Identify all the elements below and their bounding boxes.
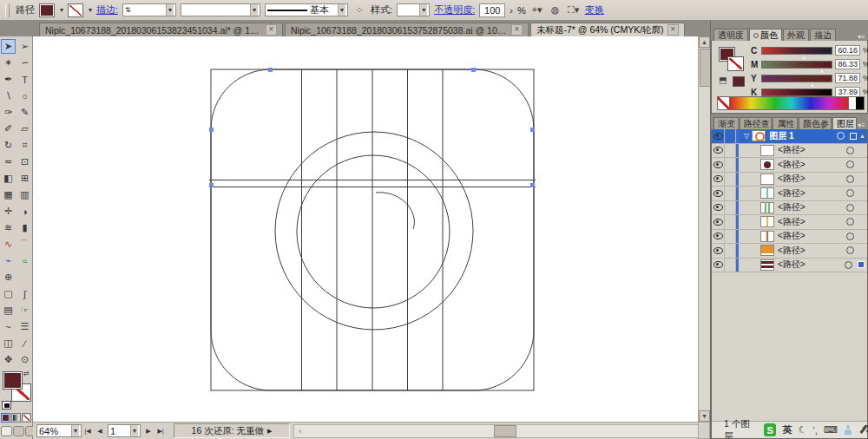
document-tab-2[interactable]: Nipic_10673188_20180306153752875038.ai @… bbox=[285, 23, 529, 36]
default-fill-stroke-icon[interactable] bbox=[2, 401, 11, 410]
transform-panel-link[interactable]: 变换 bbox=[585, 3, 604, 16]
layer-path-row[interactable]: <路径> bbox=[712, 158, 867, 173]
target-circle[interactable] bbox=[837, 132, 845, 140]
mesh-tool[interactable]: ▦ bbox=[1, 187, 16, 202]
layer-path-row[interactable]: <路径> bbox=[712, 201, 867, 216]
web-safe-swatch[interactable] bbox=[733, 76, 745, 87]
lock-toggle[interactable] bbox=[725, 259, 736, 272]
lock-toggle[interactable] bbox=[725, 244, 736, 258]
opacity-value-box[interactable]: 100 bbox=[479, 3, 505, 17]
visibility-toggle[interactable] bbox=[712, 230, 725, 244]
lock-toggle[interactable] bbox=[725, 201, 736, 215]
sogou-ime-icon[interactable]: S bbox=[764, 423, 777, 436]
zoom-level-combo[interactable]: 64% ▾ bbox=[36, 424, 82, 437]
scribble-tool[interactable]: ~ bbox=[1, 319, 16, 334]
line-style-combo[interactable]: 基本▾ bbox=[265, 3, 348, 16]
tab-attributes[interactable]: 属性 bbox=[773, 117, 798, 129]
wave-tool[interactable]: ≈ bbox=[17, 253, 32, 268]
visibility-toggle[interactable] bbox=[712, 244, 725, 258]
scroll-down-icon[interactable]: ▼ bbox=[699, 410, 710, 422]
spectrum-black-swatch[interactable] bbox=[856, 97, 864, 109]
pen-tool[interactable]: ✒ bbox=[1, 72, 16, 87]
document-tab-1[interactable]: Nipic_10673188_20180306153823451034.ai* … bbox=[39, 23, 283, 36]
chevron-down-icon[interactable]: ▾ bbox=[89, 6, 92, 14]
opacity-spinner[interactable]: › bbox=[510, 5, 513, 16]
brush-combo[interactable]: ▾ bbox=[181, 3, 260, 16]
tab-pathfinder[interactable]: 路径查 bbox=[740, 117, 773, 129]
spectrum-white-swatch[interactable] bbox=[848, 97, 856, 109]
tab-color[interactable]: 颜色 bbox=[749, 29, 782, 41]
gradient-tool[interactable]: ▥ bbox=[17, 187, 32, 202]
bounding-box-icon[interactable]: ⛶▾ bbox=[567, 4, 581, 16]
path-label[interactable]: <路径> bbox=[778, 187, 806, 200]
scroll-left-icon[interactable]: ‹ bbox=[294, 425, 306, 437]
visibility-toggle[interactable] bbox=[712, 187, 725, 200]
hand-tool[interactable]: ✥ bbox=[1, 352, 16, 367]
panel-stroke-none-swatch[interactable] bbox=[727, 56, 744, 71]
wrench-icon[interactable] bbox=[858, 425, 867, 435]
path-label[interactable]: <路径> bbox=[778, 173, 806, 185]
panel-menu-icon[interactable]: ▾≡ bbox=[858, 121, 865, 129]
inner-circle-path[interactable] bbox=[297, 155, 450, 308]
lasso-tool[interactable]: ∽ bbox=[17, 56, 32, 70]
visibility-toggle[interactable] bbox=[712, 201, 725, 215]
document-tab-3-active[interactable]: 未标题-7* @ 64% (CMYK/轮廓) × bbox=[530, 23, 685, 36]
moon-icon[interactable]: ☾ bbox=[798, 424, 806, 436]
measure-tool[interactable]: ☰ bbox=[17, 319, 32, 334]
cyan-value-box[interactable]: 60.16 bbox=[835, 45, 860, 56]
warp-tool[interactable]: ≂ bbox=[1, 154, 16, 169]
rectangular-grid-tool[interactable]: ▤ bbox=[1, 303, 16, 318]
layer-path-row[interactable]: <路径> bbox=[712, 187, 867, 201]
visibility-toggle[interactable] bbox=[712, 173, 725, 187]
eraser-tool[interactable]: ▱ bbox=[17, 121, 32, 136]
blend-tool[interactable]: ◑ bbox=[17, 204, 32, 219]
magenta-slider[interactable] bbox=[761, 61, 832, 69]
stroke-panel-link[interactable]: 描边: bbox=[96, 3, 118, 16]
status-flyout-icon[interactable]: ▶ bbox=[267, 428, 272, 435]
paint-none-button[interactable] bbox=[22, 413, 31, 423]
direct-selection-tool[interactable]: ➢ bbox=[17, 39, 32, 54]
artboard-number-combo[interactable]: 1 ▾ bbox=[108, 424, 141, 437]
path-label[interactable]: <路径> bbox=[778, 159, 806, 171]
screen-mode-normal-button[interactable] bbox=[1, 426, 12, 436]
hscroll-thumb[interactable] bbox=[494, 425, 516, 437]
color-spectrum-bar[interactable] bbox=[717, 96, 865, 110]
ime-language-toggle[interactable]: 英 bbox=[782, 423, 792, 436]
blob-brush-tool[interactable]: ✐ bbox=[1, 121, 16, 136]
last-artboard-button[interactable]: ▶| bbox=[155, 424, 167, 438]
type-tool[interactable]: T bbox=[17, 72, 32, 87]
tab-color-guide[interactable]: 颜色参 bbox=[799, 117, 832, 129]
magenta-value-box[interactable]: 86.33 bbox=[835, 59, 860, 69]
close-icon[interactable]: × bbox=[266, 24, 277, 36]
layer-path-row[interactable]: <路径> bbox=[712, 215, 867, 230]
path-label[interactable]: <路径> bbox=[778, 216, 806, 228]
yellow-slider[interactable] bbox=[761, 75, 832, 82]
expand-triangle-icon[interactable]: ▽ bbox=[744, 132, 749, 140]
out-of-web-color-icon[interactable]: ⬒ bbox=[719, 75, 727, 85]
arc-tool[interactable]: ⌒ bbox=[17, 237, 32, 252]
line-segment-tool[interactable]: ∖ bbox=[1, 88, 16, 103]
live-paint-selection-tool[interactable]: ⊞ bbox=[17, 171, 32, 186]
symbol-sprayer-tool[interactable]: ≋ bbox=[1, 220, 16, 235]
path-label[interactable]: <路径> bbox=[778, 245, 806, 257]
first-artboard-button[interactable]: |◀ bbox=[82, 424, 94, 438]
prev-artboard-button[interactable]: ◀ bbox=[94, 424, 106, 438]
scroll-up-icon[interactable]: ▲ bbox=[699, 36, 710, 48]
envelope-distort-tool[interactable]: ▢ bbox=[1, 286, 16, 301]
keyboard-icon[interactable]: ⌨ bbox=[824, 424, 838, 436]
opacity-panel-link[interactable]: 不透明度: bbox=[434, 3, 475, 16]
target-circle[interactable] bbox=[846, 189, 854, 197]
lock-toggle[interactable] bbox=[725, 144, 736, 158]
ellipse-tool[interactable]: ○ bbox=[17, 88, 32, 103]
panel-menu-icon[interactable]: ▾≡ bbox=[858, 33, 865, 41]
canvas[interactable] bbox=[33, 36, 698, 422]
tab-stroke[interactable]: 描边 bbox=[810, 29, 836, 41]
lock-toggle[interactable] bbox=[725, 158, 736, 172]
lock-toggle[interactable] bbox=[725, 187, 736, 200]
stroke-weight-combo[interactable]: ⇅▾ bbox=[122, 3, 176, 16]
target-circle[interactable] bbox=[846, 204, 854, 212]
chevron-down-icon[interactable]: ▾ bbox=[60, 6, 63, 14]
tab-appearance[interactable]: 外观 bbox=[783, 29, 809, 41]
spiral-path[interactable] bbox=[376, 193, 414, 229]
path-label[interactable]: <路径> bbox=[778, 230, 806, 242]
